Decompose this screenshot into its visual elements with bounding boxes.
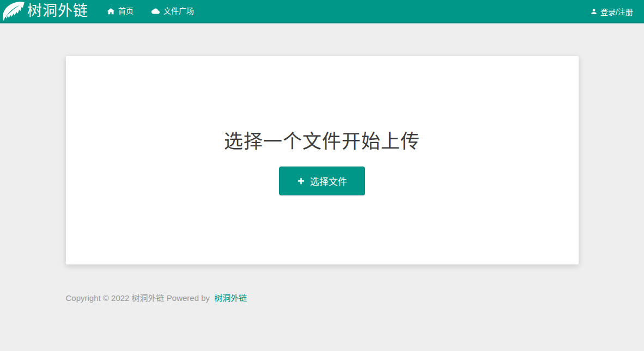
upload-heading: 选择一个文件开始上传 xyxy=(224,126,420,153)
brand-logo[interactable]: 树洞外链 xyxy=(1,0,88,23)
footer-brand-link[interactable]: 树洞外链 xyxy=(214,293,247,303)
select-file-button-label: 选择文件 xyxy=(310,174,347,188)
user-icon xyxy=(590,8,598,15)
nav-links: 首页 文件广场 xyxy=(107,0,211,23)
login-register-link[interactable]: 登录/注册 xyxy=(590,6,633,17)
nav-item-home[interactable]: 首页 xyxy=(107,0,133,23)
brand-name: 树洞外链 xyxy=(27,0,88,23)
navbar: 树洞外链 首页 文件广场 登录/注册 xyxy=(0,0,644,23)
home-icon xyxy=(107,7,115,15)
nav-item-label: 首页 xyxy=(118,0,133,23)
select-file-button[interactable]: 选择文件 xyxy=(279,167,365,195)
leaf-icon xyxy=(1,1,26,22)
nav-item-label: 文件广场 xyxy=(163,0,194,23)
nav-item-file-plaza[interactable]: 文件广场 xyxy=(151,0,194,23)
upload-card: 选择一个文件开始上传 选择文件 xyxy=(66,56,579,264)
cloud-icon xyxy=(151,7,160,15)
footer: Copyright © 2022 树洞外链 Powered by 树洞外链 xyxy=(66,292,579,303)
login-register-label: 登录/注册 xyxy=(600,6,633,17)
copyright-text: Copyright © 2022 树洞外链 Powered by xyxy=(66,293,210,303)
main-container: 选择一个文件开始上传 选择文件 Copyright © 2022 树洞外链 Po… xyxy=(66,56,579,303)
plus-icon xyxy=(297,177,305,185)
